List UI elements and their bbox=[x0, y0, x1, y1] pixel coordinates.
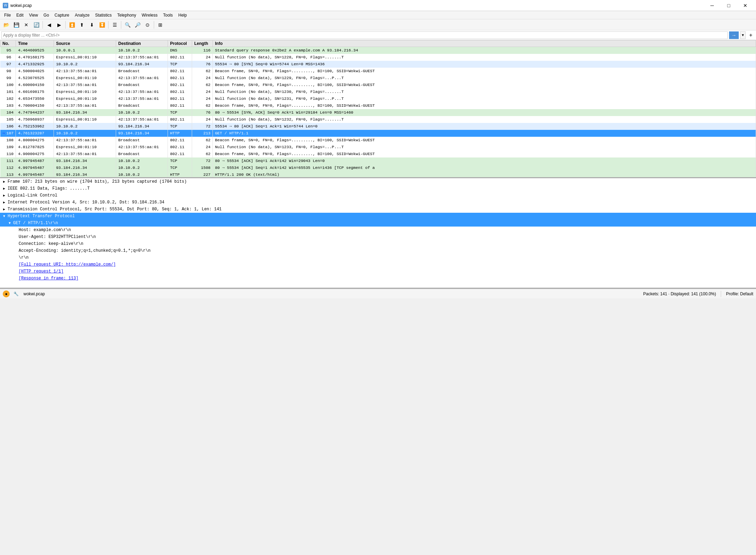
table-row[interactable]: 102 4.653473550 Espressi_00:01:10 42:13:… bbox=[0, 95, 756, 102]
detail-expander-ieee[interactable]: ▶ bbox=[1, 186, 7, 191]
menu-view[interactable]: View bbox=[26, 11, 41, 19]
detail-child-http-accept[interactable]: Accept-Encoding: identity;q=1,chunked;q=… bbox=[0, 247, 756, 254]
col-header-time[interactable]: Time bbox=[16, 40, 54, 47]
table-row[interactable]: 108 4.800004275 42:13:37:55:aa:01 Broadc… bbox=[0, 137, 756, 144]
detail-child-http-host[interactable]: Host: example.com\r\n bbox=[0, 227, 756, 233]
col-header-protocol[interactable]: Protocol bbox=[168, 40, 192, 47]
toolbar-colorize-btn[interactable]: ☰ bbox=[110, 20, 120, 30]
toolbar-go-next-btn[interactable]: ⬇ bbox=[87, 20, 97, 30]
table-row[interactable]: 101 4.601698175 Espressi_00:01:10 42:13:… bbox=[0, 88, 756, 95]
toolbar-zoom-out-btn[interactable]: 🔎 bbox=[133, 20, 142, 30]
table-row[interactable]: →107 4.761323287 10.10.0.2 93.184.216.34… bbox=[0, 130, 756, 137]
toolbar: 📂 💾 ✕ 🔄 ◀ ▶ ⏫ ⬆ ⬇ ⏬ ☰ 🔍 🔎 ⊙ ⊞ bbox=[0, 19, 756, 30]
detail-section-ip[interactable]: ▶Internet Protocol Version 4, Src: 10.10… bbox=[0, 199, 756, 206]
table-row[interactable]: 97 4.471332925 10.10.0.2 93.184.216.34 T… bbox=[0, 61, 756, 68]
detail-expander-http[interactable]: ▼ bbox=[1, 213, 7, 219]
toolbar-reload-btn[interactable]: 🔄 bbox=[31, 20, 41, 30]
col-header-destination[interactable]: Destination bbox=[116, 40, 168, 47]
toolbar-close-btn[interactable]: ✕ bbox=[21, 20, 31, 30]
menu-tools[interactable]: Tools bbox=[160, 11, 176, 19]
packet-source: 42:13:37:55:aa:01 bbox=[54, 102, 116, 109]
table-row[interactable]: 99 4.523076525 Espressi_00:01:10 42:13:3… bbox=[0, 75, 756, 82]
detail-child-http-request[interactable]: [HTTP request 1/1] bbox=[0, 268, 756, 275]
maximize-button[interactable]: □ bbox=[721, 0, 737, 11]
menu-file[interactable]: File bbox=[1, 11, 13, 19]
filter-dropdown-button[interactable]: ▼ bbox=[740, 31, 746, 39]
minimize-button[interactable]: ─ bbox=[704, 0, 720, 11]
table-row[interactable]: 113 4.997945487 93.184.216.34 10.10.0.2 … bbox=[0, 171, 756, 178]
detail-child-label-http-full-uri[interactable]: [Full request URI: http://example.com/] bbox=[19, 262, 116, 267]
detail-expander-frame[interactable]: ▶ bbox=[1, 179, 7, 184]
detail-child-http-full-uri[interactable]: [Full request URI: http://example.com/] bbox=[0, 261, 756, 268]
packet-list-container[interactable]: No. Time Source Destination Protocol Len… bbox=[0, 40, 756, 178]
col-header-no[interactable]: No. bbox=[0, 40, 16, 47]
menu-help[interactable]: Help bbox=[176, 11, 190, 19]
packet-length: 116 bbox=[192, 47, 213, 54]
packet-source: 10.10.0.2 bbox=[54, 61, 116, 68]
close-button[interactable]: ✕ bbox=[737, 0, 753, 11]
table-row[interactable]: 96 4.470168175 Espressi_00:01:10 42:13:3… bbox=[0, 54, 756, 61]
menu-telephony[interactable]: Telephony bbox=[114, 11, 139, 19]
toolbar-go-prev-btn[interactable]: ⬆ bbox=[77, 20, 87, 30]
packet-info: 80 → 55534 [SYN, ACK] Seq=0 Ack=1 Win=29… bbox=[213, 109, 756, 116]
detail-child-label-http-response[interactable]: [Response in frame: 113] bbox=[19, 276, 78, 281]
table-row[interactable]: 112 4.997945487 93.184.216.34 10.10.0.2 … bbox=[0, 164, 756, 171]
table-row[interactable]: 111 4.997945487 93.184.216.34 10.10.0.2 … bbox=[0, 157, 756, 164]
table-row[interactable]: 100 4.600004150 42:13:37:55:aa:01 Broadc… bbox=[0, 82, 756, 88]
toolbar-sep-5 bbox=[154, 21, 154, 29]
menu-edit[interactable]: Edit bbox=[13, 11, 26, 19]
toolbar-zoom-in-btn[interactable]: 🔍 bbox=[123, 20, 132, 30]
menu-statistics[interactable]: Statistics bbox=[92, 11, 114, 19]
menu-go[interactable]: Go bbox=[41, 11, 52, 19]
toolbar-save-btn[interactable]: 💾 bbox=[11, 20, 21, 30]
detail-expander-ip[interactable]: ▶ bbox=[1, 200, 7, 205]
menu-capture[interactable]: Capture bbox=[52, 11, 72, 19]
menu-analyze[interactable]: Analyze bbox=[72, 11, 93, 19]
detail-expander-http-request-line[interactable]: ▼ bbox=[7, 220, 12, 226]
col-header-length[interactable]: Length bbox=[192, 40, 213, 47]
detail-child-http-response[interactable]: [Response in frame: 113] bbox=[0, 275, 756, 282]
detail-section-llc[interactable]: ▶Logical-Link Control bbox=[0, 192, 756, 199]
detail-label-http: Hypertext Transfer Protocol bbox=[8, 214, 75, 219]
packet-length: 24 bbox=[192, 144, 213, 151]
detail-child-http-request-line[interactable]: ▼GET / HTTP/1.1\r\n bbox=[0, 220, 756, 227]
table-row[interactable]: 106 4.752153962 10.10.0.2 93.184.216.34 … bbox=[0, 123, 756, 130]
detail-child-http-empty[interactable]: \r\n bbox=[0, 254, 756, 261]
table-row[interactable]: 104 4.747944237 93.184.216.34 10.10.0.2 … bbox=[0, 109, 756, 116]
toolbar-fwd-btn[interactable]: ▶ bbox=[54, 20, 64, 30]
detail-child-http-connection[interactable]: Connection: keep-alive\r\n bbox=[0, 240, 756, 247]
detail-expander-llc[interactable]: ▶ bbox=[1, 193, 7, 198]
detail-section-tcp[interactable]: ▶Transmission Control Protocol, Src Port… bbox=[0, 206, 756, 213]
toolbar-open-btn[interactable]: 📂 bbox=[1, 20, 11, 30]
menu-wireless[interactable]: Wireless bbox=[139, 11, 160, 19]
detail-child-http-useragent[interactable]: User-Agent: ESP32HTTPClient\r\n bbox=[0, 233, 756, 240]
detail-expander-tcp[interactable]: ▶ bbox=[1, 207, 7, 212]
filter-apply-button[interactable]: → bbox=[729, 31, 739, 39]
toolbar-sep-1 bbox=[42, 21, 43, 29]
toolbar-go-first-btn[interactable]: ⏫ bbox=[67, 20, 77, 30]
packet-protocol: 802.11 bbox=[168, 144, 192, 151]
filter-add-button[interactable]: + bbox=[747, 31, 755, 39]
table-row[interactable]: 109 4.812787825 Espressi_00:01:10 42:13:… bbox=[0, 144, 756, 151]
detail-section-http[interactable]: ▼Hypertext Transfer Protocol bbox=[0, 213, 756, 220]
table-row[interactable]: 98 4.500004025 42:13:37:55:aa:01 Broadca… bbox=[0, 68, 756, 75]
table-row[interactable]: 103 4.700004150 42:13:37:55:aa:01 Broadc… bbox=[0, 102, 756, 109]
table-row[interactable]: 105 4.750968937 Espressi_00:01:10 42:13:… bbox=[0, 116, 756, 123]
packet-time: 4.997945487 bbox=[16, 164, 54, 171]
detail-section-ieee[interactable]: ▶IEEE 802.11 Data, Flags: .......T bbox=[0, 185, 756, 192]
packet-detail[interactable]: ▶Frame 107: 213 bytes on wire (1704 bits… bbox=[0, 178, 756, 289]
col-header-info[interactable]: Info bbox=[213, 40, 756, 47]
detail-child-label-http-request[interactable]: [HTTP request 1/1] bbox=[19, 269, 64, 274]
packet-no: 112 bbox=[0, 164, 16, 171]
toolbar-go-last-btn[interactable]: ⏬ bbox=[97, 20, 107, 30]
detail-section-frame[interactable]: ▶Frame 107: 213 bytes on wire (1704 bits… bbox=[0, 178, 756, 185]
toolbar-zoom-reset-btn[interactable]: ⊙ bbox=[143, 20, 152, 30]
toolbar-io-graph-btn[interactable]: ⊞ bbox=[155, 20, 165, 30]
table-row[interactable]: 110 4.900004275 42:13:37:55:aa:01 Broadc… bbox=[0, 151, 756, 157]
table-row[interactable]: 95 4.464609525 10.0.0.1 10.10.0.2 DNS 11… bbox=[0, 47, 756, 54]
packet-length: 24 bbox=[192, 75, 213, 82]
col-header-source[interactable]: Source bbox=[54, 40, 116, 47]
filter-input[interactable] bbox=[1, 31, 728, 39]
packet-no: 96 bbox=[0, 54, 16, 61]
toolbar-back-btn[interactable]: ◀ bbox=[44, 20, 54, 30]
